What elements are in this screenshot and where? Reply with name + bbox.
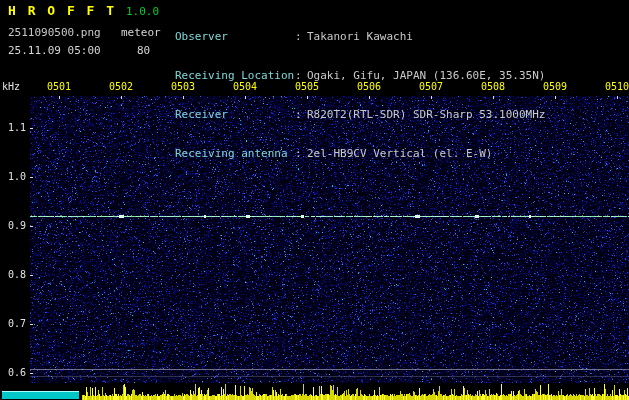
hrofft-screen: H R O F F T 1.0.0 2511090500.png meteor …	[0, 0, 629, 400]
info-label-observer: Observer	[175, 30, 295, 43]
x-tick-label: 0503	[170, 81, 196, 92]
y-tick-label: 0.9	[2, 220, 26, 231]
info-label-antenna: Receiving antenna	[175, 147, 295, 160]
x-tick-label: 0506	[356, 81, 382, 92]
station-info: Observer : Takanori Kawachi Receiving Lo…	[175, 4, 545, 186]
x-tick-label: 0504	[232, 81, 258, 92]
y-axis-unit-label: kHz	[2, 81, 20, 92]
count-value: 80	[137, 44, 150, 57]
output-filename: 2511090500.png	[8, 26, 101, 39]
info-value-receiver: R820T2(RTL-SDR) SDR-Sharp 53.1000MHz	[307, 108, 545, 121]
mode-label: meteor	[121, 26, 161, 39]
y-tick-label: 0.6	[2, 367, 26, 378]
info-label-receiver: Receiver	[175, 108, 295, 121]
info-separator: :	[295, 30, 303, 43]
x-tick-label: 0509	[542, 81, 568, 92]
info-row-receiver: Receiver : R820T2(RTL-SDR) SDR-Sharp 53.…	[175, 108, 545, 121]
info-row-observer: Observer : Takanori Kawachi	[175, 30, 545, 43]
y-tick-label: 1.1	[2, 122, 26, 133]
x-tick-label: 0505	[294, 81, 320, 92]
y-tick-label: 0.7	[2, 318, 26, 329]
x-tick-label: 0507	[418, 81, 444, 92]
info-separator: :	[295, 147, 303, 160]
x-tick-label: 0508	[480, 81, 506, 92]
info-separator: :	[295, 108, 303, 121]
x-tick-label: 0510	[604, 81, 629, 92]
info-row-antenna: Receiving antenna : 2el-HB9CV Vertical (…	[175, 147, 545, 160]
y-tick-label: 0.8	[2, 269, 26, 280]
y-tick-label: 1.0	[2, 171, 26, 182]
x-tick-label: 0501	[46, 81, 72, 92]
x-tick-label: 0502	[108, 81, 134, 92]
app-title: H R O F F T	[8, 3, 116, 18]
observation-datetime: 25.11.09 05:00	[8, 44, 101, 57]
app-version-label: 1.0.0	[126, 5, 159, 18]
info-value-antenna: 2el-HB9CV Vertical (el. E-W)	[307, 147, 492, 160]
info-value-observer: Takanori Kawachi	[307, 30, 413, 43]
